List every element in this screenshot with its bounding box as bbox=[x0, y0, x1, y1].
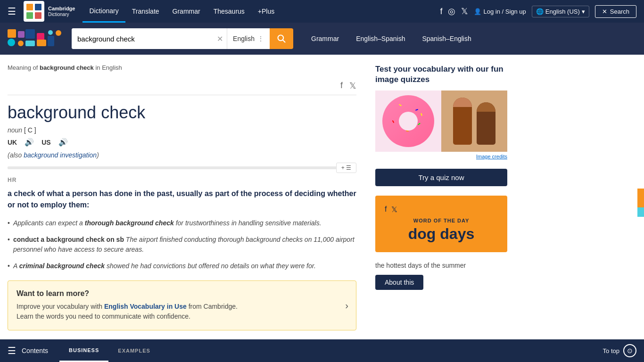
to-top-circle-icon: ⊙ bbox=[623, 344, 636, 357]
breadcrumb: Meaning of background check in English bbox=[8, 64, 356, 71]
definition-text: a check of what a person has done in the… bbox=[8, 188, 356, 211]
svg-line-5 bbox=[283, 40, 285, 42]
example-item: conduct a background check on sb The air… bbox=[8, 235, 356, 255]
bottom-hamburger-icon[interactable]: ☰ bbox=[8, 345, 16, 356]
nav-dictionary[interactable]: Dictionary bbox=[83, 0, 125, 23]
learn-more-box: › Want to learn more? Improve your vocab… bbox=[8, 280, 356, 330]
learn-more-text: Improve your vocabulary with English Voc… bbox=[17, 302, 335, 321]
wod-word: dog days bbox=[385, 225, 498, 243]
svg-rect-0 bbox=[26, 4, 33, 10]
to-top-area[interactable]: To top ⊙ bbox=[603, 344, 636, 357]
category-label: HR bbox=[8, 177, 356, 183]
bottom-bar: ☰ Contents BUSINESS EXAMPLES To top ⊙ bbox=[0, 339, 644, 362]
example-item: Applicants can expect a thorough backgro… bbox=[8, 218, 356, 228]
accent-bars bbox=[637, 189, 644, 217]
globe-icon: 🌐 bbox=[536, 8, 544, 15]
nav-grammar-pill[interactable]: Grammar bbox=[303, 32, 347, 45]
also-line: (also background investigation) bbox=[8, 151, 356, 159]
twitter-share-icon[interactable]: 𝕏 bbox=[349, 81, 356, 91]
search-row: ✕ English ⋮ Grammar English–Spanish Span… bbox=[0, 23, 644, 55]
us-speaker-icon[interactable]: 🔊 bbox=[58, 138, 68, 147]
search-input[interactable] bbox=[72, 28, 213, 49]
image-credits-link[interactable]: Image credits bbox=[476, 154, 507, 159]
clear-search-icon[interactable]: ✕ bbox=[213, 34, 227, 43]
search-top-button[interactable]: ✕ Search bbox=[595, 5, 636, 18]
search-submit-button[interactable] bbox=[270, 28, 293, 49]
login-button[interactable]: 👤 Log in / Sign up bbox=[474, 8, 526, 15]
examples-list: Applicants can expect a thorough backgro… bbox=[8, 218, 356, 271]
svg-rect-2 bbox=[26, 12, 33, 19]
uk-speaker-icon[interactable]: 🔊 bbox=[25, 138, 34, 147]
nav-english-spanish-pill[interactable]: English–Spanish bbox=[347, 32, 413, 45]
chevron-down-icon: ▾ bbox=[582, 8, 585, 15]
wod-definition: the hottest days of the summer bbox=[375, 262, 507, 269]
main-nav-links: Dictionary Translate Grammar Thesaurus +… bbox=[83, 0, 281, 23]
word-of-day-box: f 𝕏 WORD OF THE DAY dog days bbox=[375, 196, 507, 252]
wod-social-row: f 𝕏 bbox=[385, 205, 498, 214]
donut-image bbox=[375, 90, 441, 152]
also-word-link[interactable]: background investigation bbox=[24, 151, 97, 159]
example-item: A criminal background check showed he ha… bbox=[8, 261, 356, 271]
nav-plus[interactable]: +Plus bbox=[251, 0, 281, 23]
nav-translate[interactable]: Translate bbox=[125, 0, 166, 23]
more-options-icon: ⋮ bbox=[257, 35, 264, 42]
language-picker[interactable]: English ⋮ bbox=[227, 28, 270, 49]
shake-image bbox=[441, 90, 507, 152]
word-title: background check bbox=[8, 103, 356, 123]
quiz-title: Test your vocabulary with our fun image … bbox=[375, 64, 507, 85]
search-bar: ✕ English ⋮ bbox=[72, 28, 270, 49]
nav-spanish-english-pill[interactable]: Spanish–English bbox=[413, 32, 479, 45]
wod-facebook-icon[interactable]: f bbox=[385, 205, 387, 214]
instagram-icon[interactable]: ◎ bbox=[448, 6, 455, 16]
try-quiz-button[interactable]: Try a quiz now bbox=[375, 169, 507, 186]
bottom-tab-business[interactable]: BUSINESS bbox=[59, 339, 108, 362]
main-content: Meaning of background check in English f… bbox=[0, 55, 644, 356]
nav-thesaurus[interactable]: Thesaurus bbox=[207, 0, 251, 23]
user-icon: 👤 bbox=[474, 8, 481, 15]
entry-area: Meaning of background check in English f… bbox=[8, 55, 366, 356]
pronunciation-row: UK 🔊 US 🔊 bbox=[8, 138, 356, 147]
nav-grammar[interactable]: Grammar bbox=[166, 0, 207, 23]
quiz-box: Test your vocabulary with our fun image … bbox=[375, 64, 507, 186]
magnifier-icon bbox=[277, 34, 286, 43]
social-links: f ◎ 𝕏 👤 Log in / Sign up 🌐 English (US) … bbox=[440, 5, 636, 18]
hamburger-menu-icon[interactable]: ☰ bbox=[8, 6, 16, 17]
wod-label: WORD OF THE DAY bbox=[385, 218, 498, 223]
svg-rect-1 bbox=[35, 4, 41, 10]
learn-more-arrow-icon[interactable]: › bbox=[345, 300, 348, 311]
word-pos: noun [ C ] bbox=[8, 126, 356, 134]
wod-twitter-icon[interactable]: 𝕏 bbox=[391, 205, 397, 214]
add-to-list-button[interactable]: + ☰ bbox=[336, 163, 356, 173]
top-navigation: ☰ Cambridge Dictionary Dictionary Transl… bbox=[0, 0, 644, 23]
about-this-button[interactable]: About this bbox=[375, 275, 423, 290]
entry-share-row: f 𝕏 bbox=[8, 81, 356, 91]
quiz-image-row bbox=[375, 90, 507, 152]
bottom-tab-examples[interactable]: EXAMPLES bbox=[108, 339, 160, 362]
close-x-icon: ✕ bbox=[602, 8, 607, 15]
facebook-share-icon[interactable]: f bbox=[340, 81, 343, 91]
learn-more-title: Want to learn more? bbox=[17, 289, 335, 298]
language-selector[interactable]: 🌐 English (US) ▾ bbox=[532, 6, 589, 17]
facebook-icon[interactable]: f bbox=[440, 7, 442, 16]
cambridge-logo[interactable]: Cambridge Dictionary bbox=[24, 1, 75, 22]
sidebar-area: Test your vocabulary with our fun image … bbox=[366, 55, 507, 356]
twitter-icon[interactable]: 𝕏 bbox=[461, 6, 468, 16]
secondary-nav: Grammar English–Spanish Spanish–English bbox=[303, 32, 480, 45]
bottom-tabs: BUSINESS EXAMPLES bbox=[59, 339, 160, 362]
svg-rect-3 bbox=[35, 12, 41, 19]
cambridge-logo-image bbox=[24, 1, 44, 22]
bottom-contents-label[interactable]: Contents bbox=[22, 347, 48, 354]
